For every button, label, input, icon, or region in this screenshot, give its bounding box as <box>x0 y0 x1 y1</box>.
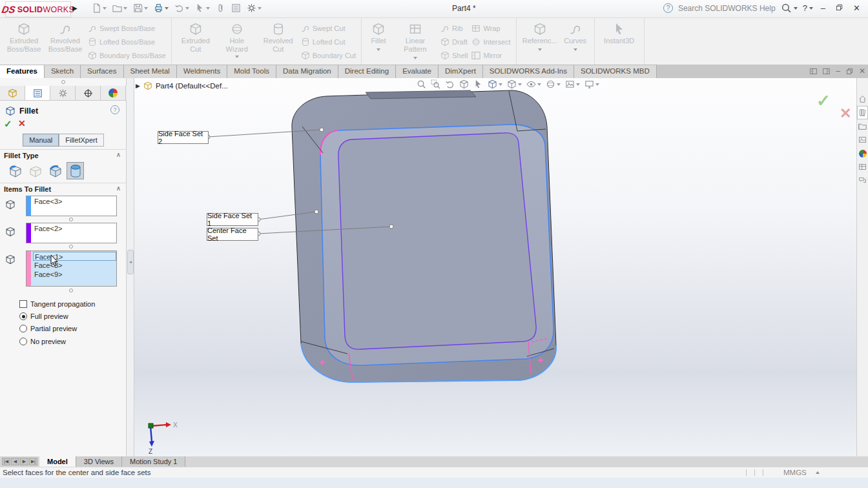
tab-surfaces[interactable]: Surfaces <box>81 65 123 78</box>
menu-expand-arrow-icon[interactable]: ▶ <box>72 5 78 12</box>
pane-minimize-icon[interactable]: – <box>836 66 840 76</box>
revolved-cut-button[interactable]: Revolved Cut <box>260 20 297 63</box>
tree-part-label[interactable]: Part4 (Default<<Def... <box>156 82 228 90</box>
custom-properties-icon[interactable] <box>857 160 868 174</box>
cancel-button[interactable]: ✕ <box>18 118 26 128</box>
items-collapse-icon[interactable]: ∧ <box>116 185 121 192</box>
tab-solidworks-mbd[interactable]: SOLIDWORKS MBD <box>574 65 657 78</box>
fillet-button[interactable]: Fillet <box>367 20 390 63</box>
collapse-pane-right-icon[interactable] <box>823 68 830 75</box>
section-view-button[interactable] <box>459 79 469 89</box>
save-button[interactable] <box>132 2 149 14</box>
group-resize-handle[interactable] <box>69 245 73 249</box>
center-face-set-callout[interactable]: Center Face Set <box>207 228 258 241</box>
lofted-boss-base-button[interactable]: Lofted Boss/Base <box>88 36 166 48</box>
panel-splitter[interactable]: ◂ <box>127 78 134 456</box>
zoom-to-fit-button[interactable] <box>417 79 426 89</box>
tab-mold-tools[interactable]: Mold Tools <box>227 65 276 78</box>
pane-restore-icon[interactable] <box>846 68 853 75</box>
flyout-feature-tree[interactable]: ▶ Part4 (Default<<Def... <box>136 81 228 90</box>
group-resize-handle[interactable] <box>69 289 73 292</box>
featuremanager-tree-tab[interactable] <box>0 86 25 100</box>
tab-sheet-metal[interactable]: Sheet Metal <box>124 65 177 78</box>
first-tab-button[interactable]: |◀ <box>2 458 10 465</box>
forum-icon[interactable] <box>857 174 868 187</box>
rebuild-button[interactable] <box>214 2 227 14</box>
linear-pattern-button[interactable]: Linear Pattern <box>394 20 437 63</box>
model-center-face[interactable] <box>338 133 536 349</box>
design-library-icon[interactable] <box>857 106 868 119</box>
minimize-button[interactable]: – <box>818 3 828 13</box>
boundary-cut-button[interactable]: Boundary Cut <box>301 50 356 61</box>
ok-button[interactable]: ✓ <box>4 118 12 130</box>
graphics-viewport[interactable]: X Z ▶ Part4 (Default<<Def... Side Face S… <box>134 78 856 456</box>
filletxpert-mode-button[interactable]: FilletXpert <box>59 134 104 147</box>
close-button[interactable]: ✕ <box>851 3 863 13</box>
zoom-to-area-button[interactable] <box>431 79 440 89</box>
partial-preview-radio[interactable] <box>19 325 27 332</box>
pane-close-icon[interactable]: ✕ <box>859 66 865 76</box>
last-tab-button[interactable]: ▶| <box>29 458 37 465</box>
tangent-propagation-option[interactable]: Tangent propagation <box>19 300 95 308</box>
curves-button[interactable]: Curves <box>562 20 589 63</box>
reference-geometry-button[interactable]: Referenc... <box>522 20 558 63</box>
tab-evaluate[interactable]: Evaluate <box>396 65 439 78</box>
dynamic-annotation-button[interactable] <box>473 79 483 89</box>
shell-button[interactable]: Shell <box>440 50 468 61</box>
new-document-button[interactable] <box>90 2 108 14</box>
panel-help-icon[interactable]: ? <box>110 105 119 114</box>
options-button[interactable] <box>245 2 263 14</box>
full-round-fillet-button[interactable] <box>67 162 84 179</box>
variable-size-fillet-button[interactable] <box>26 162 44 179</box>
view-palette-icon[interactable] <box>857 133 868 147</box>
no-preview-radio[interactable] <box>19 338 27 345</box>
tab-direct-editing[interactable]: Direct Editing <box>338 65 396 78</box>
confirmation-cancel-icon[interactable]: ✕ <box>840 105 851 122</box>
collapse-pane-left-icon[interactable] <box>810 68 817 75</box>
file-explorer-icon[interactable] <box>857 119 868 133</box>
open-button[interactable] <box>111 2 129 14</box>
view-settings-button[interactable] <box>584 79 599 89</box>
extruded-cut-button[interactable]: Extruded Cut <box>177 20 214 63</box>
home-icon[interactable] <box>857 92 868 106</box>
restore-button[interactable] <box>833 3 845 13</box>
confirmation-ok-icon[interactable]: ✓ <box>816 91 831 111</box>
side-face-set2-selection-box[interactable]: Face<2> <box>26 223 117 243</box>
appearances-icon[interactable] <box>857 147 868 160</box>
tangent-propagation-checkbox[interactable] <box>19 300 27 308</box>
model-tab[interactable]: Model <box>39 456 76 467</box>
lofted-cut-button[interactable]: Lofted Cut <box>301 36 356 48</box>
tab-features[interactable]: Features <box>0 65 45 78</box>
face-item[interactable]: Face<3> <box>33 197 116 206</box>
undo-button[interactable] <box>173 2 191 14</box>
panel-resize-handle[interactable] <box>61 80 65 84</box>
draft-button[interactable]: Draft <box>440 36 468 48</box>
face-item[interactable]: Face<9> <box>33 270 116 279</box>
side-face-set1-selection-box[interactable]: Face<3> <box>26 196 117 216</box>
previous-view-button[interactable] <box>445 79 455 89</box>
revolved-boss-base-button[interactable]: Revolved Boss/Base <box>46 20 84 63</box>
group-resize-handle[interactable] <box>69 218 73 221</box>
tree-expand-icon[interactable]: ▶ <box>136 83 140 89</box>
extruded-boss-base-button[interactable]: Extruded Boss/Base <box>5 20 43 63</box>
splitter-handle[interactable]: ◂ <box>127 250 134 274</box>
swept-cut-button[interactable]: Swept Cut <box>301 23 356 34</box>
partial-preview-option[interactable]: Partial preview <box>19 325 77 332</box>
tab-weldments[interactable]: Weldments <box>177 65 227 78</box>
face-item[interactable]: Face<8> <box>33 261 116 270</box>
face-item-selected[interactable]: Face<1> <box>33 252 116 261</box>
tab-solidworks-addins[interactable]: SOLIDWORKS Add-Ins <box>483 65 574 78</box>
mirror-button[interactable]: Mirror <box>471 50 510 61</box>
edit-appearance-button[interactable] <box>546 79 561 89</box>
motion-study-tab[interactable]: Motion Study 1 <box>122 456 185 467</box>
boundary-boss-base-button[interactable]: Boundary Boss/Base <box>88 50 166 61</box>
propertymanager-tab[interactable] <box>25 86 50 100</box>
next-tab-button[interactable]: ▶ <box>20 458 28 465</box>
hide-show-items-button[interactable] <box>526 79 541 89</box>
file-properties-button[interactable] <box>230 2 242 14</box>
side-face-set-2-callout[interactable]: Side Face Set 2 <box>158 131 209 144</box>
display-style-button[interactable] <box>507 79 522 89</box>
prev-tab-button[interactable]: ◀ <box>11 458 19 465</box>
wrap-button[interactable]: Wrap <box>471 23 510 34</box>
center-face-set-selection-box[interactable]: Face<1> Face<8> Face<9> <box>26 250 117 287</box>
